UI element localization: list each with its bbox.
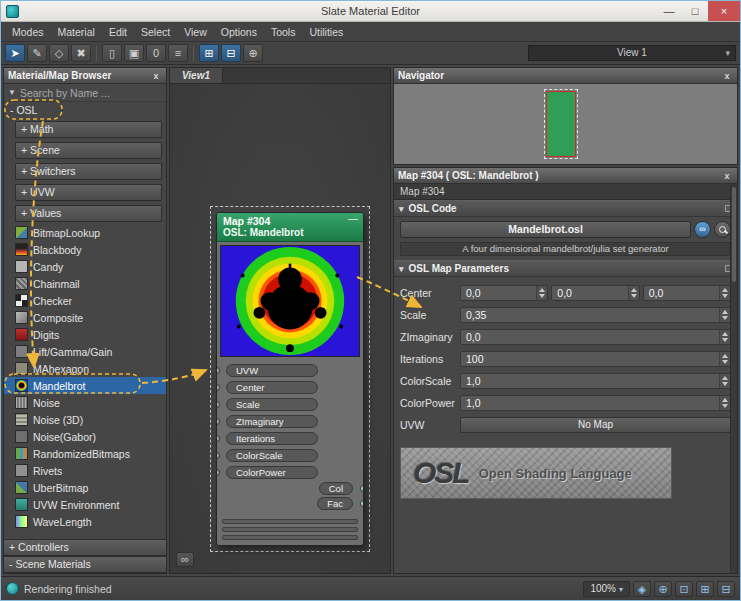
slot-label[interactable]: ColorScale [226,449,318,462]
list-item[interactable]: Checker [4,292,166,309]
rollout-osl-map-parameters[interactable]: ▾ OSL Map Parameters [394,260,737,277]
slot-label[interactable]: Center [226,381,318,394]
field-value[interactable]: 0,35 [461,308,719,322]
node-minimize-icon[interactable]: — [348,213,358,224]
list-item[interactable]: Candy [4,258,166,275]
center-x-field[interactable]: 0,0 [460,285,548,301]
show-shaded-material-icon[interactable]: ▣ [124,44,144,62]
material-id-list-icon[interactable]: ≡ [168,44,188,62]
field-value[interactable]: 100 [461,352,719,366]
list-item[interactable]: MAhexagon [4,360,166,377]
list-item[interactable]: RandomizedBitmaps [4,445,166,462]
field-value[interactable]: 1,0 [461,374,719,388]
slot-label[interactable]: ZImaginary [226,415,318,428]
filter-icon[interactable]: ▼ [8,88,16,97]
close-panel-icon[interactable]: x [721,71,733,81]
list-item[interactable]: Lift/Gamma/Gain [4,343,166,360]
slot-label[interactable]: UVW [226,364,318,377]
menu-select[interactable]: Select [134,22,177,42]
minimize-icon[interactable]: — [656,1,682,21]
list-item[interactable]: UberBitmap [4,479,166,496]
tree-group-scene-materials[interactable]: - Scene Materials [4,556,166,573]
hide-unused-slots-icon[interactable]: ▯ [102,44,122,62]
slot-pin-icon[interactable] [216,452,220,459]
close-icon[interactable]: × [708,1,740,21]
list-item[interactable]: Noise (3D) [4,411,166,428]
tab-view1[interactable]: View1 [170,68,223,83]
tree-group-osl[interactable]: - OSL [4,102,166,119]
slot-label[interactable]: Iterations [226,432,318,445]
rollout-osl-code[interactable]: ▾ OSL Code [394,200,737,217]
link-icon[interactable]: ∞ [694,221,711,238]
slot-pin-icon[interactable] [216,384,220,391]
menu-material[interactable]: Material [51,22,102,42]
node-output-slot[interactable]: Fac [217,496,363,511]
node-header[interactable]: Map #304 OSL: Mandelbrot — [217,213,363,242]
delete-icon[interactable]: ✖ [71,44,91,62]
mandelbrot-preview[interactable] [220,245,360,357]
tree-group-scene[interactable]: + Scene [15,142,162,159]
pick-tool-icon[interactable]: ✎ [27,44,47,62]
osl-file-button[interactable]: Mandelbrot.osl [400,221,691,238]
slot-pin-icon[interactable] [216,435,220,442]
search-icon[interactable] [714,221,731,238]
menu-tools[interactable]: Tools [264,22,303,42]
slot-pin-icon[interactable] [360,485,364,492]
list-item[interactable]: Chainmail [4,275,166,292]
slot-label[interactable]: Scale [226,398,318,411]
spinner-arrows-icon[interactable] [719,396,730,410]
node-input-slot[interactable]: Iterations [217,430,363,447]
scale-field[interactable]: 0,35 [460,307,731,323]
menu-view[interactable]: View [177,22,214,42]
list-item[interactable]: Noise(Gabor) [4,428,166,445]
zoom-tool-icon[interactable]: ⊕ [654,581,672,597]
list-item[interactable]: WaveLength [4,513,166,530]
layout-all-icon[interactable]: ⊞ [199,44,219,62]
list-item[interactable]: UVW Environment [4,496,166,513]
slot-pin-icon[interactable] [216,469,220,476]
tree-group-switchers[interactable]: + Switchers [15,163,162,180]
search-input[interactable] [20,87,162,99]
node-input-slot[interactable]: Center [217,379,363,396]
binoculars-icon[interactable]: ∞ [176,552,194,567]
field-value[interactable]: 0,0 [461,286,536,300]
zoom-tool-icon[interactable]: ⊕ [243,44,263,62]
zoom-extents-icon[interactable]: ⊞ [696,581,714,597]
view-selector-dropdown[interactable]: View 1 ▾ [528,45,736,61]
center-z-field[interactable]: 0,0 [643,285,731,301]
spinner-arrows-icon[interactable] [719,330,730,344]
material-name-field[interactable]: Map #304 [394,184,737,200]
spinner-arrows-icon[interactable] [719,308,730,322]
field-value[interactable]: 0,0 [461,330,719,344]
node-input-slot[interactable]: ColorPower [217,464,363,481]
zoom-region-icon[interactable]: ⊡ [675,581,693,597]
render-iterations-icon[interactable]: 0 [146,44,166,62]
move-children-tool-icon[interactable]: ◇ [49,44,69,62]
select-tool-icon[interactable]: ➤ [5,44,25,62]
node-input-slot[interactable]: UVW [217,362,363,379]
tree-group-uvw[interactable]: + UVW [15,184,162,201]
tree-group-math[interactable]: + Math [15,121,162,138]
menu-options[interactable]: Options [214,22,264,42]
colorscale-field[interactable]: 1,0 [460,373,731,389]
center-y-field[interactable]: 0,0 [551,285,639,301]
mandelbrot-node[interactable]: Map #304 OSL: Mandelbrot — [216,212,364,546]
uvw-map-button[interactable]: No Map [460,417,731,433]
slot-pin-icon[interactable] [360,500,364,507]
node-input-slot[interactable]: Scale [217,396,363,413]
navigator-view-rect[interactable] [546,91,576,157]
spinner-arrows-icon[interactable] [536,286,547,300]
spinner-arrows-icon[interactable] [719,352,730,366]
slot-label[interactable]: Col [319,482,353,495]
slot-label[interactable]: Fac [317,497,353,510]
spinner-arrows-icon[interactable] [719,286,730,300]
field-value[interactable]: 0,0 [552,286,627,300]
list-item[interactable]: Noise [4,394,166,411]
list-item[interactable]: Blackbody [4,241,166,258]
layout-children-icon[interactable]: ⊟ [221,44,241,62]
slot-label[interactable]: ColorPower [226,466,318,479]
spinner-arrows-icon[interactable] [719,374,730,388]
scrollbar-thumb[interactable] [732,187,736,282]
list-item[interactable]: Digits [4,326,166,343]
navigator-canvas[interactable] [394,84,737,164]
